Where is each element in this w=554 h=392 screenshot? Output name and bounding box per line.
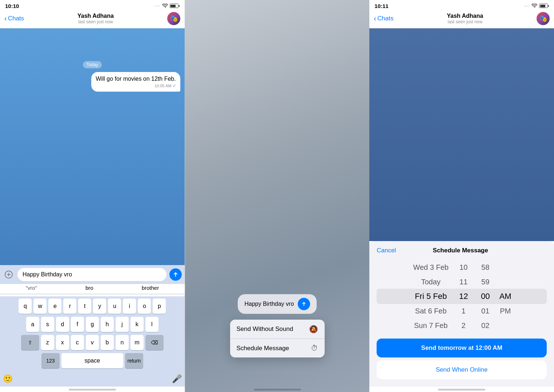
picker-ampm-col[interactable]: AM PM: [496, 260, 514, 333]
autocorrect-item-2[interactable]: bro: [83, 284, 96, 292]
key-p[interactable]: p: [153, 299, 166, 314]
picker-date-row-3-selected[interactable]: Fri 5 Feb: [409, 289, 453, 304]
input-bar-1: [0, 265, 185, 284]
context-label-2: Schedule Message: [237, 345, 289, 352]
key-q[interactable]: q: [19, 299, 32, 314]
key-n[interactable]: n: [116, 335, 129, 350]
key-h[interactable]: h: [101, 317, 114, 332]
key-space[interactable]: space: [61, 353, 123, 368]
key-r[interactable]: r: [63, 299, 76, 314]
date-time-picker[interactable]: Tue 2 Feb Wed 3 Feb Today Fri 5 Feb Sat …: [377, 260, 547, 333]
key-u[interactable]: u: [108, 299, 121, 314]
message-check-icon: ✓: [173, 84, 176, 88]
emoji-button[interactable]: 🙂: [3, 374, 13, 384]
sheet-title: Schedule Message: [433, 247, 488, 254]
message-bubble-1: Will go for movies on 12th Feb. 10:05 AM…: [91, 72, 180, 92]
picker-min-row-4[interactable]: 01: [474, 304, 496, 318]
key-shift[interactable]: ⇧: [21, 335, 39, 350]
context-item-schedule[interactable]: Schedule Message ⏱: [230, 339, 325, 357]
key-m[interactable]: m: [131, 335, 144, 350]
contact-name-3: Yash Adhana: [447, 13, 483, 19]
context-label-1: Send Without Sound: [237, 325, 293, 333]
picker-hour-row-5[interactable]: 2: [453, 318, 474, 333]
picker-min-row-3-selected[interactable]: 00: [474, 289, 496, 304]
key-a[interactable]: a: [26, 317, 39, 332]
contact-name-1: Yash Adhana: [77, 13, 114, 19]
picker-hour-row-2[interactable]: 11: [453, 275, 474, 289]
send-button-2[interactable]: [298, 298, 310, 310]
keyboard-row-2: a s d f g h j k l: [1, 317, 184, 332]
keyboard-row-4: 123 space return: [1, 353, 184, 368]
cancel-button[interactable]: Cancel: [377, 247, 396, 254]
panel2-content: Happy Birthday vro Send Without Sound 🔕 …: [185, 0, 370, 387]
send-button-1[interactable]: [169, 268, 182, 281]
key-d[interactable]: d: [56, 317, 69, 332]
picker-hour-row-1[interactable]: 10: [453, 260, 474, 275]
key-c[interactable]: c: [71, 335, 84, 350]
key-z[interactable]: z: [41, 335, 54, 350]
picker-ampm-row-3-selected[interactable]: AM: [496, 289, 514, 304]
picker-date-col[interactable]: Tue 2 Feb Wed 3 Feb Today Fri 5 Feb Sat …: [409, 260, 453, 333]
signal-dots-icon-3: ····: [524, 4, 530, 8]
key-t[interactable]: t: [78, 299, 91, 314]
picker-min-row-5[interactable]: 02: [474, 318, 496, 333]
key-i[interactable]: i: [123, 299, 136, 314]
picker-ampm-row-4[interactable]: PM: [496, 304, 514, 318]
picker-date-row-5[interactable]: Sun 7 Feb: [409, 318, 453, 333]
key-k[interactable]: k: [131, 317, 144, 332]
key-return[interactable]: return: [125, 353, 143, 368]
key-w[interactable]: w: [33, 299, 47, 314]
chat-area-3: [369, 28, 554, 241]
status-time-3: 10:11: [374, 3, 388, 9]
back-label-3: Chats: [377, 15, 393, 22]
key-backspace[interactable]: ⌫: [145, 335, 164, 350]
send-online-button[interactable]: Send When Online: [377, 360, 547, 379]
picker-ampm-row-5[interactable]: [496, 318, 514, 333]
avatar-1[interactable]: 🎭: [167, 12, 180, 25]
key-l[interactable]: l: [145, 317, 158, 332]
nav-bar-3: ‹ Chats Yash Adhana last seen just now 🎭: [369, 10, 554, 28]
key-x[interactable]: x: [56, 335, 69, 350]
autocorrect-item-3[interactable]: brother: [139, 284, 162, 292]
status-bar-3: 10:11 ····: [369, 0, 554, 10]
picker-min-row-1[interactable]: 58: [474, 260, 496, 275]
wifi-icon-3: [531, 4, 537, 8]
message-input[interactable]: [17, 268, 166, 281]
picker-date-row-4[interactable]: Sat 6 Feb: [409, 304, 453, 318]
send-tomorrow-button[interactable]: Send tomorrow at 12:00 AM: [377, 339, 547, 357]
key-f[interactable]: f: [71, 317, 84, 332]
picker-ampm-row-1[interactable]: [496, 260, 514, 275]
date-badge: Today: [83, 61, 102, 68]
key-s[interactable]: s: [41, 317, 54, 332]
context-item-send-without-sound[interactable]: Send Without Sound 🔕: [230, 320, 325, 339]
picker-date-row-2[interactable]: Today: [409, 275, 453, 289]
key-b[interactable]: b: [101, 335, 114, 350]
picker-hour-row-3-selected[interactable]: 12: [453, 289, 474, 304]
picker-min-col[interactable]: 57 58 59 00 01 02 03: [474, 260, 496, 333]
back-button-1[interactable]: ‹ Chats: [4, 15, 24, 22]
avatar-3[interactable]: 🎭: [537, 12, 550, 25]
key-j[interactable]: j: [116, 317, 129, 332]
nav-center-3: Yash Adhana last seen just now: [447, 13, 483, 24]
attach-button[interactable]: [3, 269, 15, 280]
key-e[interactable]: e: [48, 299, 61, 314]
chevron-left-icon-3: ‹: [374, 15, 376, 22]
mic-button[interactable]: 🎤: [172, 374, 182, 384]
message-text-1: Will go for movies on 12th Feb.: [96, 75, 176, 83]
picker-date-row-1[interactable]: Wed 3 Feb: [409, 260, 453, 275]
picker-min-row-2[interactable]: 59: [474, 275, 496, 289]
picker-hour-col[interactable]: 9 10 11 12 1 2 3: [453, 260, 474, 333]
picker-hour-row-4[interactable]: 1: [453, 304, 474, 318]
picker-ampm-row-2[interactable]: [496, 275, 514, 289]
key-o[interactable]: o: [138, 299, 151, 314]
autocorrect-bar: "vro" bro brother: [0, 284, 185, 294]
back-button-3[interactable]: ‹ Chats: [374, 15, 393, 22]
key-v[interactable]: v: [86, 335, 99, 350]
key-g[interactable]: g: [86, 317, 99, 332]
key-123[interactable]: 123: [41, 353, 60, 368]
autocorrect-item-1[interactable]: "vro": [23, 284, 40, 292]
chevron-left-icon: ‹: [4, 15, 7, 22]
status-icons-1: ····: [155, 4, 180, 8]
nav-bar-1: ‹ Chats Yash Adhana last seen just now 🎭: [0, 10, 185, 28]
key-y[interactable]: y: [93, 299, 106, 314]
